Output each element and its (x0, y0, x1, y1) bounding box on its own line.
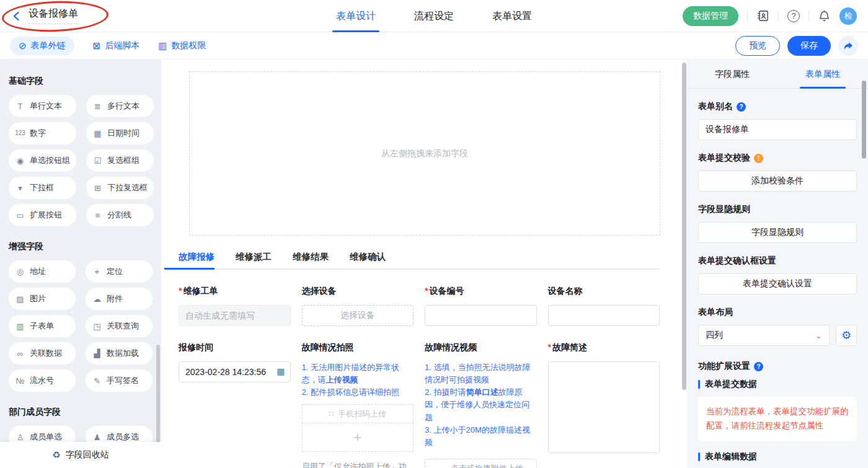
palette-item-signature[interactable]: ✎手写签名 (86, 369, 153, 392)
question-badge-icon[interactable]: ? (754, 362, 763, 371)
dropzone-hint: 从左侧拖拽来添加字段 (381, 148, 468, 159)
number-icon: 123 (15, 130, 25, 136)
notification-bell-icon[interactable] (818, 9, 831, 22)
tab-form-design[interactable]: 表单设计 (336, 0, 376, 32)
tab-repair-result[interactable]: 维修结果 (293, 251, 329, 268)
gear-icon: ⚙ (841, 329, 851, 342)
palette-item-dropdown[interactable]: ▾下拉框 (9, 177, 76, 199)
tab-flow-setting[interactable]: 流程设定 (414, 0, 454, 32)
palette-item-checkbox-group[interactable]: ☑复选框组 (86, 149, 154, 172)
repair-order-input[interactable] (179, 305, 291, 326)
back-icon[interactable] (11, 11, 22, 22)
palette-item-number[interactable]: 123数字 (9, 122, 76, 144)
data-manage-button[interactable]: 数据管理 (683, 6, 738, 26)
avatar[interactable]: 检 (839, 7, 857, 25)
multi-line-text-icon: ≣ (92, 102, 103, 110)
field-repair-time: 报修时间 ▦ (179, 342, 291, 468)
toolbar-right: 预览 保存 (735, 36, 858, 56)
tab-field-properties[interactable]: 字段属性 (687, 60, 777, 88)
palette-item-linked-data[interactable]: ∞关联数据 (9, 342, 76, 364)
tab-form-properties[interactable]: 表单属性 (777, 60, 868, 88)
palette-item-address[interactable]: ◎地址 (9, 260, 76, 283)
palette-item-subform[interactable]: ▥子表单 (9, 315, 76, 337)
tab-repair-confirm[interactable]: 维修确认 (350, 251, 386, 268)
checkbox-group-icon: ☑ (92, 157, 103, 165)
palette-item-locate[interactable]: ⌖定位 (86, 260, 153, 283)
divider (808, 11, 809, 21)
data-permission-button[interactable]: ▥ 数据权限 (158, 40, 206, 51)
add-validate-condition-button[interactable]: 添加校验条件 (698, 170, 857, 192)
linked-query-icon: ◳ (92, 322, 102, 330)
submit-confirm-label: 表单提交确认框设置 (698, 255, 857, 267)
photo-upload-box[interactable]: + (302, 423, 414, 452)
back-group[interactable]: 设备报修单 (11, 7, 78, 24)
section-title-member-fields: 部门成员字段 (9, 407, 153, 418)
divider (747, 11, 748, 21)
qr-upload-box[interactable]: ∷ 手机扫码上传 (302, 404, 414, 423)
attachment-icon: ☁ (92, 295, 102, 303)
palette-item-attachment[interactable]: ☁附件 (86, 288, 153, 310)
repair-time-input[interactable] (179, 361, 291, 382)
device-name-input[interactable] (548, 305, 660, 326)
contacts-book-icon[interactable] (756, 9, 769, 22)
question-badge-icon[interactable]: ? (737, 102, 746, 112)
palette-item-multi-dropdown[interactable]: ⊞下拉复选框 (86, 177, 154, 199)
canvas-scrollbar[interactable] (682, 63, 686, 390)
script-icon: ⊠ (93, 41, 101, 50)
palette-item-linked-query[interactable]: ◳关联查询 (86, 315, 153, 337)
field-device-name: 设备名称 (548, 286, 660, 326)
field-recycle-bin[interactable]: ♻ 字段回收站 (0, 442, 161, 468)
tab-form-setting[interactable]: 表单设置 (492, 0, 532, 32)
field-label: 故障情况视频 (425, 342, 537, 353)
palette-item-data-load[interactable]: ▟数据加载 (86, 342, 153, 364)
palette-item-datetime[interactable]: ▦日期时间 (86, 122, 154, 144)
dropzone[interactable]: 从左侧拖拽来添加字段 (189, 71, 660, 236)
palette-item-divider[interactable]: ≡分割线 (86, 204, 154, 226)
field-device-code: 设备编号 (425, 286, 537, 326)
cloud-upload-icon: ☁ (438, 464, 446, 468)
submit-confirm-button[interactable]: 表单提交确认设置 (698, 273, 857, 294)
palette-item-extend-button[interactable]: ▭扩展按钮 (9, 204, 76, 226)
subform-icon: ▥ (15, 322, 25, 330)
attachment-upload-button[interactable]: ☁ 点击或拖拽附件上传 (425, 459, 537, 468)
properties-panel: 字段属性 表单属性 表单别名 ? 表单提交校验 ! 添加校验条件 字段显隐规则 … (687, 60, 868, 468)
form-external-link-button[interactable]: ⊘ 表单外链 (10, 37, 74, 55)
backend-script-button[interactable]: ⊠ 后端脚本 (93, 40, 140, 51)
field-fault-video: 故障情况视频 1. 选填，当拍照无法说明故障情况时可拍摄视频2. 拍摄时请简单口… (425, 342, 537, 468)
select-device-button[interactable]: 选择设备 (302, 305, 414, 326)
form-canvas: 从左侧拖拽来添加字段 故障报修 维修派工 维修结果 维修确认 维修工单 选择设备… (161, 60, 687, 468)
tab-repair-dispatch[interactable]: 维修派工 (236, 251, 272, 268)
properties-scrollbar[interactable] (862, 81, 866, 159)
linked-data-icon: ∞ (15, 350, 25, 358)
tool-label: 后端脚本 (105, 40, 140, 51)
page-title: 设备报修单 (29, 7, 78, 24)
palette-item-radio-group[interactable]: ◉单选按钮组 (9, 149, 76, 172)
save-button[interactable]: 保存 (787, 36, 831, 56)
submit-data-label: 表单提交数据 (698, 379, 857, 390)
palette-item-image[interactable]: ▨图片 (9, 288, 76, 310)
help-icon[interactable]: ? (787, 10, 800, 22)
tool-label: 表单外链 (31, 40, 66, 51)
palette-item-serial-number[interactable]: №流水号 (9, 369, 76, 392)
body: 基础字段 T单行文本 ≣多行文本 123数字 ▦日期时间 ◉单选按钮组 ☑复选框… (0, 60, 868, 468)
form-layout-label: 表单布局 (698, 307, 857, 318)
layout-gear-button[interactable]: ⚙ (836, 325, 857, 346)
field-label: 报修时间 (179, 342, 291, 353)
field-select-device: 选择设备 选择设备 (302, 286, 414, 326)
fault-video-help: 1. 选填，当拍照无法说明故障情况时可拍摄视频2. 拍摄时请简单口述故障原因，便… (425, 361, 537, 449)
tab-fault-report[interactable]: 故障报修 (179, 251, 215, 268)
plus-icon: + (353, 430, 361, 446)
device-code-input[interactable] (425, 305, 537, 326)
share-button[interactable] (838, 36, 858, 56)
warning-badge-icon[interactable]: ! (754, 154, 763, 163)
layout-select[interactable]: 四列 ⌄ (698, 325, 830, 346)
visibility-rule-button[interactable]: 字段显隐规则 (698, 222, 857, 243)
palette-item-multi-line-text[interactable]: ≣多行文本 (86, 95, 154, 117)
preview-button[interactable]: 预览 (735, 36, 780, 56)
form-alias-input[interactable] (698, 119, 857, 140)
palette-item-single-line-text[interactable]: T单行文本 (9, 95, 76, 117)
fault-brief-textarea[interactable] (548, 361, 660, 453)
qr-code-icon: ∷ (329, 409, 334, 418)
field-label: 选择设备 (302, 286, 414, 297)
calendar-icon[interactable]: ▦ (277, 366, 285, 376)
